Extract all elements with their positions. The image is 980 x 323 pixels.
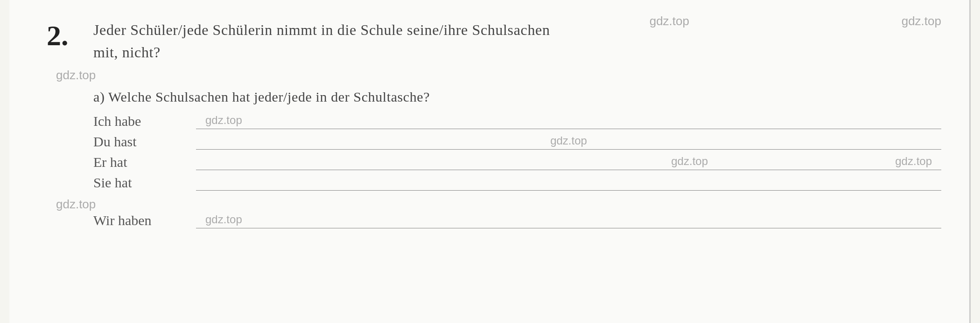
fill-line-er: gdz.top gdz.top: [196, 155, 941, 170]
fill-row-sie: Sie hat: [93, 175, 941, 191]
main-text-line1: Jeder Schüler/jede Schülerin nimmt in di…: [93, 21, 550, 38]
exercise-content: Jeder Schüler/jede Schülerin nimmt in di…: [93, 19, 941, 233]
fill-label-ich: Ich habe: [93, 113, 196, 129]
fill-row-er: Er hat gdz.top gdz.top: [93, 154, 941, 170]
fill-label-du: Du hast: [93, 134, 196, 150]
watermark-ich: gdz.top: [205, 114, 242, 127]
exercise-number: 2.: [47, 21, 84, 50]
watermark-left-main: gdz.top: [56, 68, 96, 82]
page: gdz.top gdz.top 2. Jeder Schüler/jede Sc…: [9, 0, 971, 323]
main-text: Jeder Schüler/jede Schülerin nimmt in di…: [93, 19, 941, 63]
sub-question: a) Welche Schulsachen hat jeder/jede in …: [93, 89, 941, 105]
fill-line-du: gdz.top: [196, 135, 941, 150]
watermark-left-bottom: gdz.top: [56, 197, 96, 211]
watermark-du: gdz.top: [550, 134, 587, 147]
exercise-container: 2. Jeder Schüler/jede Schülerin nimmt in…: [47, 19, 941, 233]
main-text-line2: mit, nicht?: [93, 44, 161, 61]
watermark-top-right: gdz.top: [902, 14, 941, 28]
fill-line-sie: [196, 176, 941, 191]
fill-line-ich: gdz.top: [196, 114, 941, 129]
watermark-wir: gdz.top: [205, 213, 242, 226]
fill-line-wir: gdz.top: [196, 213, 941, 228]
watermark-er-1: gdz.top: [671, 155, 708, 168]
fill-row-wir: Wir haben gdz.top: [93, 213, 941, 228]
watermark-top-center: gdz.top: [650, 14, 689, 28]
fill-row-ich: Ich habe gdz.top: [93, 113, 941, 129]
fill-label-er: Er hat: [93, 154, 196, 170]
fill-label-wir: Wir haben: [93, 213, 196, 228]
fill-label-sie: Sie hat: [93, 175, 196, 191]
watermark-er-2: gdz.top: [895, 155, 932, 168]
fill-row-du: Du hast gdz.top: [93, 134, 941, 150]
